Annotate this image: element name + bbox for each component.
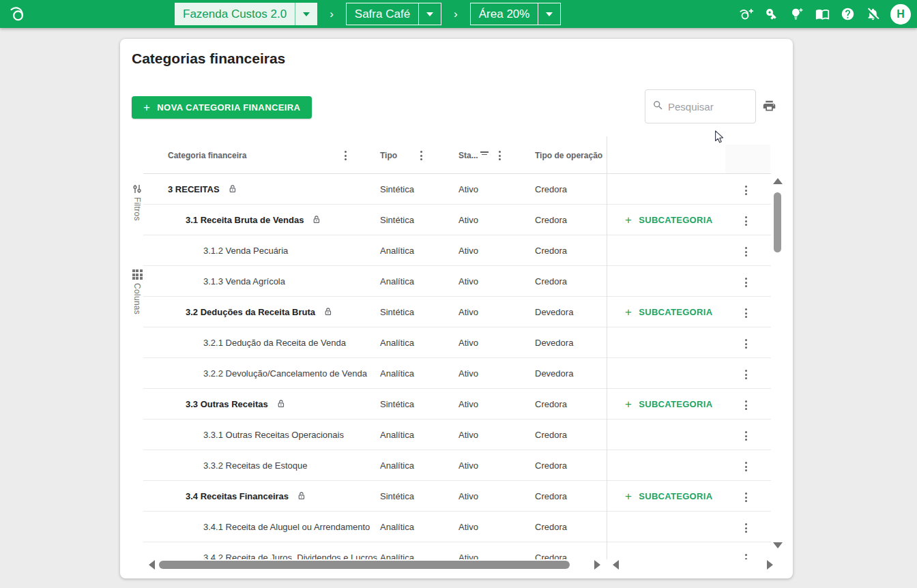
farm-selector[interactable]: Fazenda Custos 2.0 bbox=[175, 3, 317, 25]
table-row[interactable]: 3.4.1 Receita de Aluguel ou Arrendamento… bbox=[143, 512, 607, 542]
table-row-actions bbox=[607, 235, 771, 266]
key-icon[interactable] bbox=[761, 3, 782, 25]
table-row[interactable]: 3.3 Outras Receitas Sintética Ativo Cred… bbox=[143, 389, 607, 420]
chevron-down-icon[interactable] bbox=[295, 3, 317, 25]
row-menu-icon[interactable] bbox=[744, 338, 748, 350]
aegro-add-icon[interactable] bbox=[739, 7, 754, 22]
filter-sliders-icon bbox=[132, 184, 142, 194]
table-row[interactable]: 3.2.2 Devolução/Cancelamento de Venda An… bbox=[143, 358, 607, 389]
type-cell: Analítica bbox=[380, 276, 414, 286]
type-cell: Analítica bbox=[380, 368, 414, 379]
row-menu-icon[interactable] bbox=[744, 368, 748, 381]
category-name: 3.3 Outras Receitas bbox=[186, 399, 268, 409]
field-selector-label: Área 20% bbox=[471, 3, 538, 25]
table-row-actions bbox=[607, 327, 771, 358]
season-selector-label: Safra Café bbox=[347, 3, 418, 25]
type-cell: Analítica bbox=[380, 460, 414, 471]
table-row[interactable]: 3 RECEITAS Sintética Ativo Credora bbox=[143, 174, 607, 205]
row-menu-icon[interactable] bbox=[744, 215, 748, 227]
table-left-pane: Categoria financeira Tipo Sta... Tipo de… bbox=[143, 136, 607, 559]
add-subcategory-button[interactable]: + SUBCATEGORIA bbox=[625, 481, 712, 512]
table-row[interactable]: 3.4 Receitas Financeiras Sintética Ativo… bbox=[143, 481, 607, 512]
notifications-off-icon[interactable] bbox=[865, 7, 880, 22]
horizontal-scrollbar-left-pane[interactable] bbox=[149, 559, 600, 570]
row-menu-icon[interactable] bbox=[744, 276, 748, 289]
row-menu-icon[interactable] bbox=[744, 399, 748, 411]
add-subcategory-button[interactable]: + SUBCATEGORIA bbox=[625, 389, 712, 420]
table-row-actions bbox=[607, 450, 771, 481]
print-icon[interactable] bbox=[762, 99, 776, 116]
lock-icon bbox=[276, 399, 286, 409]
operation-cell: Credora bbox=[535, 399, 567, 409]
table-row-actions bbox=[607, 512, 771, 542]
type-cell: Sintética bbox=[380, 184, 414, 194]
scroll-left-arrow[interactable] bbox=[149, 560, 155, 570]
guide-book-icon[interactable] bbox=[815, 7, 830, 22]
table-row[interactable]: 3.1 Receita Bruta de Vendas Sintética At… bbox=[143, 205, 607, 235]
vertical-scrollbar[interactable] bbox=[772, 175, 783, 557]
category-name: 3.2 Deduções da Receita Bruta bbox=[186, 307, 315, 317]
table-right-pane: + SUBCATEGORIA + SUBCATEGORIA bbox=[607, 136, 771, 559]
table-row[interactable]: 3.3.2 Receitas de Estoque Analítica Ativ… bbox=[143, 450, 607, 481]
scroll-left-arrow[interactable] bbox=[613, 560, 619, 570]
vertical-scroll-thumb[interactable] bbox=[774, 192, 781, 252]
row-menu-icon[interactable] bbox=[744, 553, 748, 559]
category-name: 3.4 Receitas Financeiras bbox=[186, 491, 289, 501]
category-cell: 3.2.2 Devolução/Cancelamento de Venda bbox=[143, 368, 367, 379]
table-row[interactable]: 3.3.1 Outras Receitas Operacionais Analí… bbox=[143, 420, 607, 450]
operation-cell: Credora bbox=[535, 460, 567, 471]
horizontal-scroll-thumb[interactable] bbox=[159, 561, 570, 569]
column-menu-icon[interactable] bbox=[419, 149, 424, 162]
new-category-button[interactable]: + NOVA CATEGORIA FINANCEIRA bbox=[132, 96, 312, 119]
search-input[interactable] bbox=[668, 101, 743, 113]
horizontal-scrollbar-right-pane[interactable] bbox=[613, 559, 775, 570]
row-menu-icon[interactable] bbox=[744, 522, 748, 534]
operation-cell: Devedora bbox=[535, 338, 573, 348]
table-row[interactable]: 3.2 Deduções da Receita Bruta Sintética … bbox=[143, 297, 607, 327]
avatar[interactable]: H bbox=[890, 4, 911, 25]
lock-icon bbox=[297, 491, 306, 501]
column-menu-icon[interactable] bbox=[497, 149, 502, 162]
operation-cell: Credora bbox=[535, 553, 567, 560]
status-cell: Ativo bbox=[458, 430, 478, 440]
category-name: 3.2.1 Dedução da Receita de Venda bbox=[203, 338, 346, 348]
scroll-right-arrow[interactable] bbox=[594, 560, 600, 570]
idea-icon[interactable] bbox=[789, 7, 804, 22]
table-row[interactable]: 3.2.1 Dedução da Receita de Venda Analít… bbox=[143, 327, 607, 358]
search-icon bbox=[652, 100, 664, 114]
farm-selector-label: Fazenda Custos 2.0 bbox=[175, 3, 295, 25]
table-row-actions bbox=[607, 174, 771, 205]
table-row[interactable]: 3.4.2 Receita de Juros, Dividendos e Luc… bbox=[143, 542, 607, 559]
row-menu-icon[interactable] bbox=[744, 460, 748, 473]
field-selector[interactable]: Área 20% bbox=[470, 3, 562, 25]
type-cell: Analítica bbox=[380, 246, 414, 256]
chevron-down-icon[interactable] bbox=[538, 3, 560, 25]
row-menu-icon[interactable] bbox=[744, 491, 748, 503]
chevron-down-icon[interactable] bbox=[418, 3, 441, 25]
add-subcategory-button[interactable]: + SUBCATEGORIA bbox=[625, 297, 712, 327]
scroll-down-arrow[interactable] bbox=[773, 542, 783, 548]
filter-active-icon[interactable] bbox=[480, 151, 489, 155]
table-row[interactable]: 3.1.2 Venda Pecuária Analítica Ativo Cre… bbox=[143, 235, 607, 266]
table-row[interactable]: 3.1.3 Venda Agrícola Analítica Ativo Cre… bbox=[143, 266, 607, 297]
add-subcategory-button[interactable]: + SUBCATEGORIA bbox=[625, 205, 712, 235]
status-cell: Ativo bbox=[458, 307, 478, 317]
breadcrumb-separator: › bbox=[317, 3, 346, 25]
table-right-rows: + SUBCATEGORIA + SUBCATEGORIA bbox=[607, 174, 771, 559]
table-row-actions: + SUBCATEGORIA bbox=[607, 389, 771, 420]
row-menu-icon[interactable] bbox=[744, 430, 748, 442]
header-type: Tipo bbox=[380, 151, 397, 160]
help-icon[interactable] bbox=[840, 7, 855, 22]
scroll-right-arrow[interactable] bbox=[767, 560, 773, 570]
row-menu-icon[interactable] bbox=[744, 184, 748, 196]
subcategory-label: SUBCATEGORIA bbox=[639, 307, 712, 317]
row-menu-icon[interactable] bbox=[744, 307, 748, 319]
category-cell: 3.4.2 Receita de Juros, Dividendos e Luc… bbox=[143, 553, 377, 560]
aegro-logo-icon[interactable] bbox=[8, 4, 28, 27]
row-menu-icon[interactable] bbox=[744, 246, 748, 258]
column-menu-icon[interactable] bbox=[343, 149, 348, 162]
season-selector[interactable]: Safra Café bbox=[346, 3, 441, 25]
scroll-up-arrow[interactable] bbox=[773, 178, 783, 184]
header-status: Sta... bbox=[458, 151, 478, 160]
categories-card: Categorias financeiras + NOVA CATEGORIA … bbox=[120, 39, 793, 578]
